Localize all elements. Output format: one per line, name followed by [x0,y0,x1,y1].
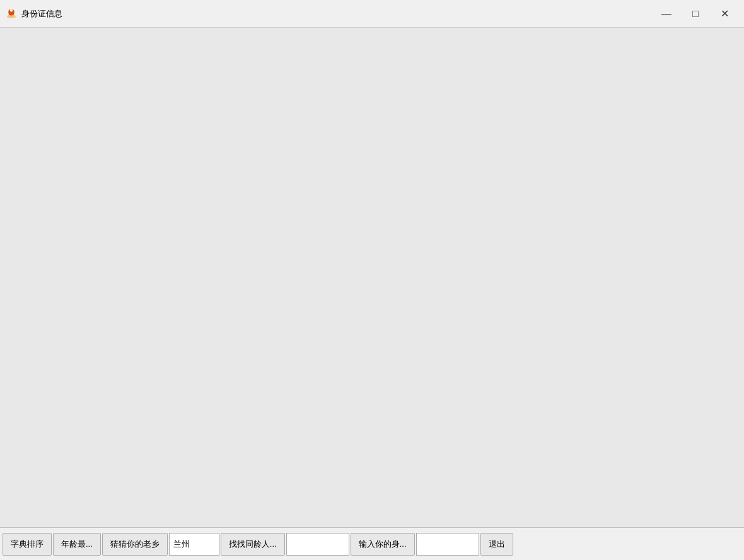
title-bar-left: 身份证信息 [5,8,62,20]
main-content-area [0,28,744,527]
quit-button[interactable]: 退出 [480,533,513,556]
youngest-button[interactable]: 年龄最... [53,533,101,556]
peer-search-input[interactable] [286,533,349,556]
close-button[interactable]: ✕ [710,4,739,24]
id-input[interactable] [416,533,479,556]
maximize-button[interactable]: □ [681,4,710,24]
bottom-toolbar: 字典排序 年龄最... 猜猜你的老乡 找找同龄人... 输入你的身... 退出 [0,527,744,560]
lanzhou-input[interactable] [169,533,219,556]
enter-id-button[interactable]: 输入你的身... [351,533,415,556]
java-icon [5,8,18,20]
hometown-button[interactable]: 猜猜你的老乡 [102,533,168,556]
window-controls: — □ ✕ [652,4,739,24]
title-bar: 身份证信息 — □ ✕ [0,0,744,28]
minimize-button[interactable]: — [652,4,681,24]
find-peer-button[interactable]: 找找同龄人... [221,533,285,556]
window-title: 身份证信息 [21,8,62,20]
sort-dict-button[interactable]: 字典排序 [3,533,52,556]
